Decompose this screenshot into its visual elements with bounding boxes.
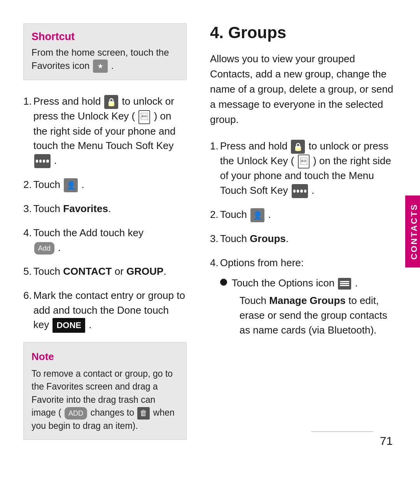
- lock-icon-r1: [291, 140, 305, 154]
- step-number-6: 6.: [23, 288, 32, 333]
- done-button-icon: DONE: [52, 318, 85, 333]
- note-box: Note To remove a contact or group, go to…: [23, 342, 187, 440]
- left-steps-list: 1. Press and hold to unlock or press the…: [23, 94, 187, 333]
- bullet-content: Touch the Options icon . Touch Manage Gr…: [232, 276, 397, 338]
- step-number-2: 2.: [23, 177, 32, 192]
- right-step-content-1: Press and hold to unlock or press the Un…: [220, 139, 397, 198]
- sub-content: Touch Manage Groups to edit, erase or se…: [240, 293, 397, 337]
- favorites-icon: ★: [93, 60, 108, 73]
- add-icon-note: ADD: [65, 407, 87, 420]
- right-step-number-4: 4.: [210, 256, 219, 341]
- left-step-4: 4. Touch the Add touch key Add .: [23, 226, 187, 255]
- menu-soft-icon-1: [34, 154, 51, 168]
- right-step-3: 3. Touch Groups.: [210, 232, 397, 246]
- shortcut-text: From the home screen, touch the Favorite…: [32, 46, 178, 73]
- page-number: 71: [380, 434, 393, 448]
- right-step-1: 1. Press and hold to unlock or press the…: [210, 139, 397, 198]
- step-content-1: Press and hold to unlock or press the Un…: [33, 94, 187, 168]
- contacts-icon-2: 👤: [64, 178, 78, 192]
- section-intro: Allows you to view your grouped Contacts…: [210, 51, 397, 127]
- bullet-item-options: Touch the Options icon . Touch Manage Gr…: [220, 276, 397, 338]
- left-step-2: 2. Touch 👤 .: [23, 177, 187, 192]
- trash-icon-note: 🗑: [137, 407, 150, 420]
- add-button-icon: Add: [34, 242, 54, 255]
- right-step-content-4: Options from here: Touch the Options ico…: [220, 256, 397, 341]
- left-step-5: 5. Touch CONTACT or GROUP.: [23, 264, 187, 279]
- contacts-icon-r2: 👤: [250, 208, 264, 222]
- step-content-4: Touch the Add touch key Add .: [33, 226, 187, 255]
- step-content-5: Touch CONTACT or GROUP.: [33, 264, 187, 279]
- favorites-label: Favorites: [63, 203, 108, 214]
- shortcut-box: Shortcut From the home screen, touch the…: [23, 23, 187, 80]
- step-content-3: Touch Favorites.: [33, 202, 187, 216]
- step-content-6: Mark the contact entry or group to add a…: [33, 288, 187, 333]
- lock-icon-1: [104, 95, 118, 109]
- options-bullet-list: Touch the Options icon . Touch Manage Gr…: [220, 276, 397, 338]
- shortcut-title: Shortcut: [32, 31, 178, 43]
- step-number-5: 5.: [23, 264, 32, 279]
- step-number-3: 3.: [23, 202, 32, 216]
- bullet-dot: [220, 279, 227, 286]
- left-step-6: 6. Mark the contact entry or group to ad…: [23, 288, 187, 333]
- right-step-2: 2. Touch 👤 .: [210, 207, 397, 222]
- note-text: To remove a contact or group, go to the …: [32, 367, 178, 432]
- bottom-divider: [311, 431, 373, 432]
- right-step-4: 4. Options from here: Touch the Options …: [210, 256, 397, 341]
- step-number-1: 1.: [23, 94, 32, 168]
- right-step-number-1: 1.: [210, 139, 219, 198]
- left-step-3: 3. Touch Favorites.: [23, 202, 187, 216]
- right-steps-list: 1. Press and hold to unlock or press the…: [210, 139, 397, 341]
- contacts-tab: CONTACTS: [405, 196, 420, 268]
- right-step-content-2: Touch 👤 .: [220, 207, 397, 222]
- unlock-key-icon-r1: : [298, 155, 310, 169]
- left-column: Shortcut From the home screen, touch the…: [23, 23, 187, 440]
- note-title: Note: [32, 349, 178, 364]
- left-step-1: 1. Press and hold to unlock or press the…: [23, 94, 187, 168]
- manage-groups-label: Manage Groups: [269, 295, 345, 306]
- options-icon: [338, 278, 351, 290]
- groups-label: Groups: [250, 233, 285, 244]
- step-content-2: Touch 👤 .: [33, 177, 187, 192]
- group-label: GROUP: [126, 265, 163, 277]
- step-number-4: 4.: [23, 226, 32, 255]
- menu-soft-icon-r1: [292, 184, 308, 198]
- right-step-content-3: Touch Groups.: [220, 232, 397, 246]
- section-heading: 4. Groups: [210, 23, 397, 42]
- right-column: 4. Groups Allows you to view your groupe…: [210, 23, 397, 440]
- right-step-number-2: 2.: [210, 207, 219, 222]
- unlock-key-icon-1: : [138, 110, 150, 124]
- contact-label: CONTACT: [63, 265, 112, 277]
- right-step-number-3: 3.: [210, 232, 219, 246]
